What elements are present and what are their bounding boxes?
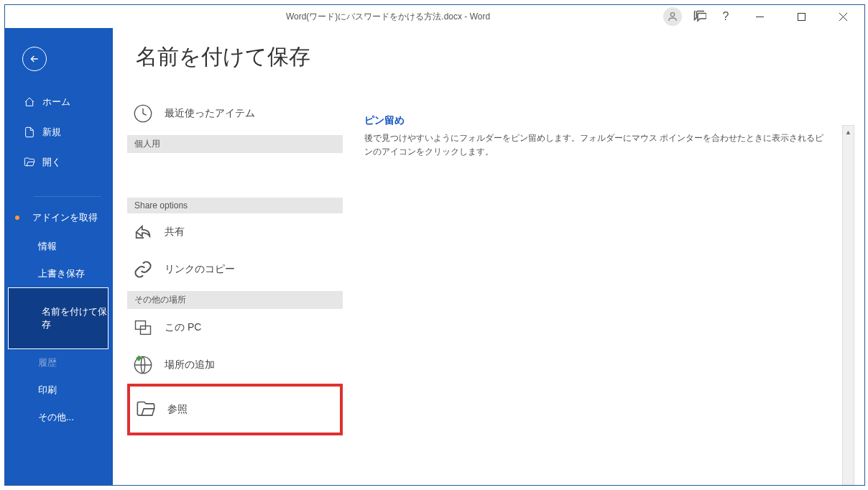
account-icon[interactable] xyxy=(663,7,682,26)
sidebar-item-label: 情報 xyxy=(38,241,57,251)
sidebar-item-label: アドインを取得 xyxy=(32,211,98,224)
location-recent[interactable]: 最近使ったアイテム xyxy=(127,95,343,132)
sidebar-item-open[interactable]: 開く xyxy=(5,147,113,177)
location-label: 場所の追加 xyxy=(165,359,215,371)
sidebar-item-label: 履歴 xyxy=(38,357,57,368)
backstage-sidebar: ホーム 新規 開く アドインを取得 情報 上書き保存 名前を付けて保存 履歴 印… xyxy=(5,28,113,485)
section-header-share: Share options xyxy=(127,198,343,213)
new-document-icon xyxy=(24,126,35,138)
location-thispc[interactable]: この PC xyxy=(127,309,343,346)
clock-icon xyxy=(133,103,153,124)
back-button[interactable] xyxy=(22,47,47,71)
sidebar-item-label: ホーム xyxy=(42,96,70,108)
section-header-other: その他の場所 xyxy=(127,291,343,309)
sidebar-item-label: 上書き保存 xyxy=(38,268,85,279)
svg-rect-2 xyxy=(798,13,805,20)
pin-section-description: 後で見つけやすいようにフォルダーをピン留めします。フォルダーにマウス ポインター… xyxy=(364,131,830,159)
sidebar-item-new[interactable]: 新規 xyxy=(5,117,113,147)
location-label: 最近使ったアイテム xyxy=(165,107,255,120)
svg-point-0 xyxy=(670,13,674,17)
sidebar-item-getaddins[interactable]: アドインを取得 xyxy=(5,203,113,233)
vertical-scrollbar[interactable]: ▲ ▼ xyxy=(842,125,854,485)
sidebar-item-label: その他... xyxy=(38,412,74,422)
titlebar: Word(ワード)にパスワードをかける方法.docx - Word ? xyxy=(5,5,864,28)
folder-open-icon xyxy=(24,157,35,168)
sidebar-item-info[interactable]: 情報 xyxy=(5,233,113,260)
pc-icon xyxy=(133,318,153,338)
sidebar-item-home[interactable]: ホーム xyxy=(5,87,113,117)
sidebar-item-label: 新規 xyxy=(42,126,61,139)
location-label: この PC xyxy=(165,321,201,334)
location-copylink[interactable]: リンクのコピー xyxy=(127,251,343,288)
location-label: リンクのコピー xyxy=(165,263,235,276)
sidebar-item-more[interactable]: その他... xyxy=(5,404,113,431)
help-icon[interactable]: ? xyxy=(718,9,734,24)
location-addplace[interactable]: 場所の追加 xyxy=(127,346,343,384)
location-share[interactable]: 共有 xyxy=(127,213,343,251)
sidebar-item-history: 履歴 xyxy=(5,349,113,376)
right-pane: ピン留め 後で見つけやすいようにフォルダーをピン留めします。フォルダーにマウス … xyxy=(343,42,864,485)
addins-dot-icon xyxy=(15,216,19,220)
add-place-icon xyxy=(133,355,153,375)
home-icon xyxy=(24,96,35,108)
page-title: 名前を付けて保存 xyxy=(127,42,343,72)
sidebar-item-label: 開く xyxy=(42,156,61,169)
section-header-personal: 個人用 xyxy=(127,135,343,153)
location-label: 参照 xyxy=(167,403,188,416)
maximize-button[interactable] xyxy=(785,6,817,27)
sidebar-item-label: 印刷 xyxy=(38,384,57,395)
sidebar-item-saveas[interactable]: 名前を付けて保存 xyxy=(8,287,108,349)
share-icon xyxy=(133,222,153,242)
sidebar-item-save[interactable]: 上書き保存 xyxy=(5,260,113,287)
pin-section-title: ピン留め xyxy=(364,114,830,127)
sidebar-item-print[interactable]: 印刷 xyxy=(5,376,113,404)
minimize-button[interactable] xyxy=(744,6,775,27)
sidebar-item-label: 名前を付けて保存 xyxy=(42,306,107,330)
scroll-up-button[interactable]: ▲ xyxy=(843,126,854,138)
link-icon xyxy=(133,259,153,279)
locations-column: 名前を付けて保存 最近使ったアイテム 個人用 Share options 共有 … xyxy=(113,42,343,485)
location-label: 共有 xyxy=(165,226,185,239)
folder-icon xyxy=(136,399,156,420)
location-browse[interactable]: 参照 xyxy=(127,384,343,435)
close-button[interactable] xyxy=(827,6,859,27)
feedback-icon[interactable] xyxy=(692,9,708,24)
window-title: Word(ワード)にパスワードをかける方法.docx - Word xyxy=(113,11,663,23)
